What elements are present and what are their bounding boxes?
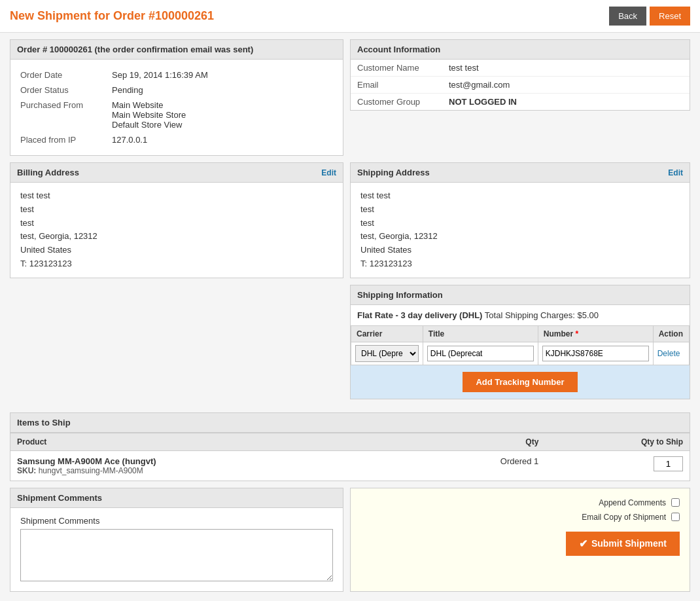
submit-check-icon: ✔ — [579, 537, 587, 550]
tracking-row: DHL (Depre Delete — [351, 342, 690, 365]
placed-from-ip-value: 127.0.0.1 — [112, 132, 333, 147]
billing-line-5: United States — [20, 244, 333, 257]
append-comments-checkbox[interactable] — [671, 498, 680, 507]
billing-line-2: test — [20, 203, 333, 217]
billing-line-1: test test — [20, 189, 333, 203]
reset-button[interactable]: Reset — [650, 7, 690, 26]
email-value: test@gmail.com — [442, 77, 690, 94]
submit-label: Submit Shipment — [591, 538, 667, 549]
shipping-charges: Total Shipping Charges: $5.00 — [485, 310, 599, 320]
title-header: Title — [423, 325, 538, 342]
account-info-title: Account Information — [357, 45, 440, 54]
item-row: Samsung MM-A900M Ace (hungvt) SKU: hungv… — [10, 450, 690, 481]
order-status-label: Order Status — [20, 82, 112, 98]
email-copy-checkbox[interactable] — [671, 513, 680, 521]
ordered-qty-cell: Ordered 1 — [410, 450, 545, 481]
shipping-line-6: T: 123123123 — [360, 257, 680, 271]
shipping-line-4: test, Georgia, 12312 — [360, 230, 680, 244]
submit-options: Append Comments Email Copy of Shipment — [360, 498, 680, 522]
title-input[interactable] — [427, 346, 534, 361]
add-tracking-row: Add Tracking Number — [351, 365, 690, 399]
order-info-title: Order # 100000261 (the order confirmatio… — [17, 45, 253, 54]
shipment-comments-label: Shipment Comments — [20, 516, 333, 526]
action-header: Action — [653, 325, 689, 342]
product-sku: SKU: hungvt_samsuing-MM-A900M — [17, 466, 404, 475]
order-date-label: Order Date — [20, 67, 112, 82]
order-status-value: Pending — [112, 82, 333, 98]
shipment-comments-panel: Shipment Comments Shipment Comments — [10, 488, 343, 592]
shipping-address-title: Shipping Address — [357, 168, 430, 177]
header-buttons: Back Reset — [609, 7, 690, 26]
billing-line-6: T: 123123123 — [20, 257, 333, 271]
billing-address-content: test test test test test, Georgia, 12312… — [10, 183, 343, 278]
purchased-from-label: Purchased From — [20, 98, 112, 132]
shipping-line-5: United States — [360, 244, 680, 257]
append-comments-label: Append Comments — [599, 498, 666, 507]
placed-from-ip-label: Placed from IP — [20, 132, 112, 147]
account-info-panel: Account Information Customer Name test t… — [350, 39, 690, 111]
order-info-panel: Order # 100000261 (the order confirmatio… — [10, 39, 343, 156]
shipping-address-edit[interactable]: Edit — [668, 168, 683, 177]
shipment-comments-title: Shipment Comments — [17, 493, 102, 503]
shipping-line-2: test — [360, 203, 680, 217]
billing-address-panel: Billing Address Edit test test test test… — [10, 162, 343, 278]
billing-line-3: test — [20, 217, 333, 230]
shipping-address-content: test test test test test, Georgia, 12312… — [351, 183, 690, 278]
customer-name-label: Customer Name — [351, 60, 442, 77]
number-input[interactable] — [542, 346, 649, 361]
product-header: Product — [10, 433, 410, 450]
billing-address-title: Billing Address — [17, 168, 79, 177]
submit-shipment-button[interactable]: ✔ Submit Shipment — [566, 532, 680, 556]
qty-to-ship-cell — [545, 450, 690, 481]
back-button[interactable]: Back — [609, 7, 646, 26]
product-name: Samsung MM-A900M Ace (hungvt) — [17, 456, 404, 466]
customer-group-label: Customer Group — [351, 94, 442, 111]
page-header: New Shipment for Order #100000261 Back R… — [0, 0, 700, 33]
items-to-ship-panel: Items to Ship Product Qty Qty to Ship Sa… — [10, 412, 690, 481]
number-header: Number * — [538, 325, 653, 342]
page-title: New Shipment for Order #100000261 — [10, 9, 214, 23]
billing-address-edit[interactable]: Edit — [321, 168, 336, 177]
shipping-info-title: Shipping Information — [357, 290, 443, 300]
shipment-comments-textarea[interactable] — [20, 529, 333, 581]
carrier-header: Carrier — [351, 325, 423, 342]
billing-line-4: test, Georgia, 12312 — [20, 230, 333, 244]
shipping-line-3: test — [360, 217, 680, 230]
email-copy-label: Email Copy of Shipment — [582, 513, 666, 522]
required-star: * — [573, 329, 578, 338]
order-date-value: Sep 19, 2014 1:16:39 AM — [112, 67, 333, 82]
customer-name-value: test test — [442, 60, 690, 77]
email-label: Email — [351, 77, 442, 94]
shipping-address-panel: Shipping Address Edit test test test tes… — [350, 162, 690, 399]
customer-group-value: NOT LOGGED IN — [442, 94, 690, 111]
shipping-line-1: test test — [360, 189, 680, 203]
qty-header: Qty — [410, 433, 545, 450]
items-to-ship-title: Items to Ship — [17, 418, 71, 428]
submit-panel: Append Comments Email Copy of Shipment ✔… — [350, 488, 690, 592]
carrier-select[interactable]: DHL (Depre — [355, 345, 419, 362]
qty-to-ship-header: Qty to Ship — [545, 433, 690, 450]
delete-button[interactable]: Delete — [657, 349, 680, 358]
qty-to-ship-input[interactable] — [654, 456, 683, 471]
shipping-info-panel: Shipping Information Flat Rate - 3 day d… — [350, 285, 690, 399]
purchased-from-value: Main WebsiteMain Website StoreDefault St… — [112, 98, 333, 132]
shipping-rate-label: Flat Rate - 3 day delivery (DHL) — [357, 310, 482, 320]
add-tracking-button[interactable]: Add Tracking Number — [463, 372, 577, 392]
